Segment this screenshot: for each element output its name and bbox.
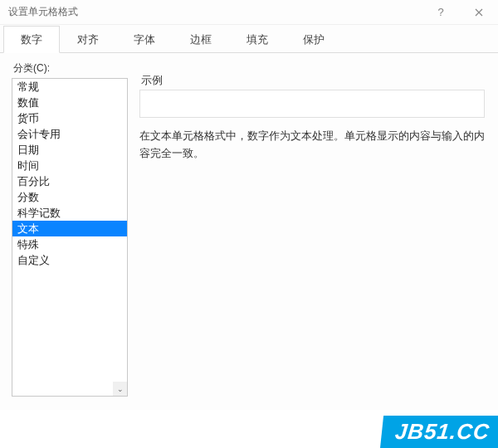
list-item[interactable]: 文本	[12, 221, 127, 236]
tab-fill[interactable]: 填充	[229, 26, 286, 53]
close-icon	[475, 8, 483, 17]
tab-font[interactable]: 字体	[116, 26, 173, 53]
list-item[interactable]: 科学记数	[12, 205, 127, 221]
help-button[interactable]: ?	[422, 0, 460, 25]
list-item[interactable]: 会计专用	[12, 126, 127, 142]
tab-label: 数字	[21, 33, 42, 46]
list-item[interactable]: 分数	[12, 189, 127, 205]
tab-label: 对齐	[77, 33, 99, 46]
close-button[interactable]	[460, 0, 498, 25]
sample-box	[139, 90, 485, 118]
category-label: 分类(C):	[13, 61, 128, 75]
watermark: JB51.CC	[380, 416, 498, 448]
format-description: 在文本单元格格式中，数字作为文本处理。单元格显示的内容与输入的内容完全一致。	[139, 128, 485, 163]
window-title: 设置单元格格式	[8, 5, 422, 19]
tab-label: 保护	[303, 33, 325, 46]
tab-number[interactable]: 数字	[3, 26, 60, 53]
tab-bar: 数字 对齐 字体 边框 填充 保护	[0, 25, 498, 53]
list-item[interactable]: 百分比	[12, 173, 127, 189]
tab-protection[interactable]: 保护	[286, 26, 342, 53]
detail-panel: 示例 在文本单元格格式中，数字作为文本处理。单元格显示的内容与输入的内容完全一致…	[128, 61, 486, 397]
list-item[interactable]: 时间	[12, 158, 127, 173]
list-item[interactable]: 数值	[12, 95, 127, 110]
tab-label: 填充	[247, 33, 268, 46]
sample-label: 示例	[141, 73, 485, 88]
tab-border[interactable]: 边框	[173, 26, 229, 53]
scroll-down-button[interactable]: ⌄	[113, 382, 127, 396]
chevron-down-icon: ⌄	[117, 385, 124, 393]
list-item[interactable]: 自定义	[12, 252, 127, 268]
category-panel: 分类(C): 常规 数值 货币 会计专用 日期 时间 百分比 分数 科学记数 文…	[12, 61, 128, 397]
tab-label: 边框	[190, 33, 212, 46]
category-listbox[interactable]: 常规 数值 货币 会计专用 日期 时间 百分比 分数 科学记数 文本 特殊 自定…	[12, 78, 128, 397]
format-cells-dialog: 设置单元格格式 ? 数字 对齐 字体 边框 填充 保护 分类(C): 常规 数值…	[0, 0, 498, 448]
help-icon: ?	[437, 6, 443, 18]
list-item[interactable]: 日期	[12, 142, 127, 158]
tab-alignment[interactable]: 对齐	[60, 26, 116, 53]
tab-label: 字体	[134, 33, 155, 46]
list-item[interactable]: 特殊	[12, 236, 127, 252]
list-item[interactable]: 货币	[12, 110, 127, 126]
list-item[interactable]: 常规	[12, 79, 127, 95]
titlebar: 设置单元格格式 ?	[0, 0, 498, 25]
dialog-body: 分类(C): 常规 数值 货币 会计专用 日期 时间 百分比 分数 科学记数 文…	[0, 53, 498, 408]
